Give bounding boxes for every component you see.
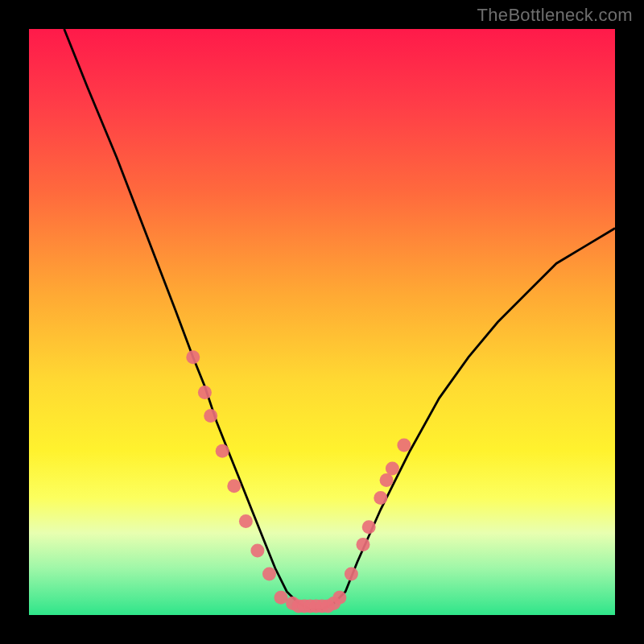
chart-svg [29, 29, 615, 615]
data-marker [198, 386, 212, 399]
data-marker [250, 543, 264, 557]
watermark-text: TheBottleneck.com [477, 5, 633, 26]
data-marker [275, 591, 288, 605]
data-marker [262, 568, 276, 581]
chart-plot-area [29, 29, 615, 615]
data-marker [186, 350, 200, 364]
data-marker [345, 568, 358, 581]
data-marker [386, 462, 399, 476]
data-marker [362, 520, 376, 534]
data-marker [374, 491, 387, 505]
data-marker [239, 514, 253, 528]
data-marker [216, 444, 229, 458]
bottleneck-curve [64, 29, 615, 609]
curve-path-group [64, 29, 615, 609]
data-marker [357, 538, 370, 551]
data-marker [380, 473, 394, 487]
data-marker [204, 409, 217, 423]
data-marker [332, 591, 346, 605]
data-marker [227, 479, 241, 493]
curve-markers [186, 350, 411, 613]
data-marker [397, 438, 411, 452]
chart-frame: TheBottleneck.com [0, 0, 644, 644]
